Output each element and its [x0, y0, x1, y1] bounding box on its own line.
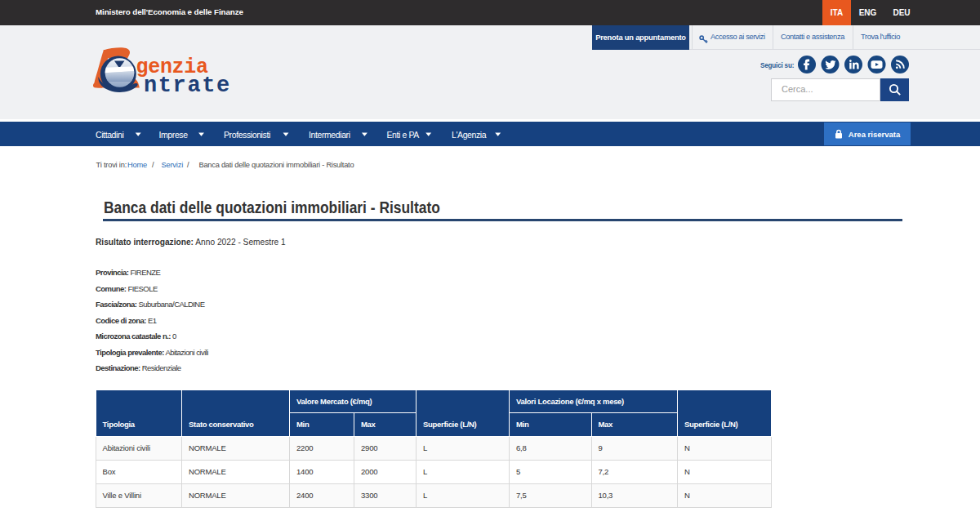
svg-text:ntrate: ntrate — [144, 73, 231, 97]
